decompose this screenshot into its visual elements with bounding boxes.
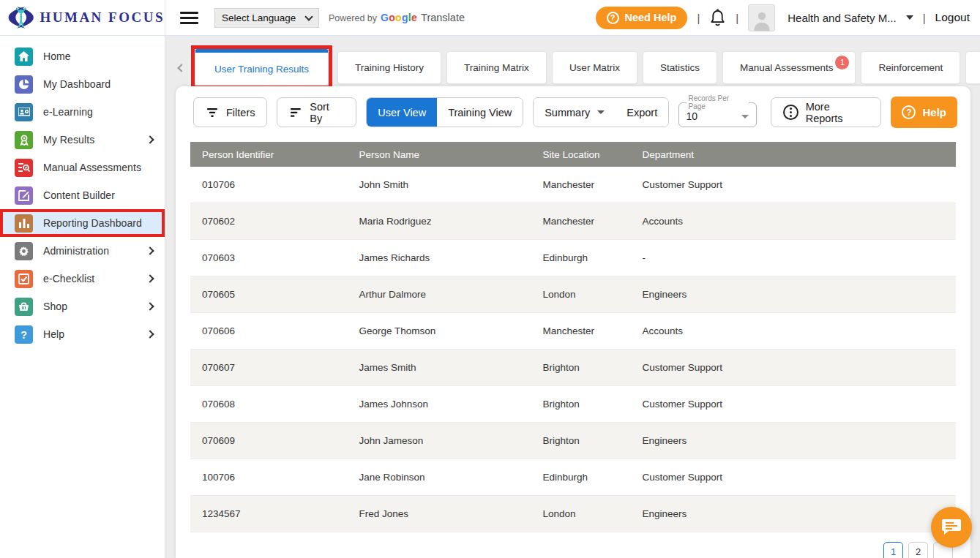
export-button[interactable]: Export xyxy=(616,98,668,127)
sidebar-item-content-builder[interactable]: Content Builder xyxy=(0,181,165,209)
chevron-right-icon xyxy=(146,274,154,282)
elearning-icon xyxy=(15,103,33,121)
column-header-person-identifier: Person Identifier xyxy=(190,149,347,160)
table-row[interactable]: 010706John SmithManchesterCustomer Suppo… xyxy=(190,167,956,203)
report-tabs: User Training Results Training History T… xyxy=(174,45,977,89)
question-icon: ? xyxy=(607,12,619,24)
column-header-site-location: Site Location xyxy=(531,149,630,160)
powered-by-label: Powered by xyxy=(329,13,377,23)
user-avatar[interactable] xyxy=(748,4,775,31)
brand-name: HUMAN FOCUS xyxy=(40,10,165,26)
caret-down-icon xyxy=(741,115,749,118)
help-button[interactable]: ? Help xyxy=(891,97,957,128)
table-row[interactable]: 070609John JamesonBrightonEngineers xyxy=(190,423,956,459)
page-2-button[interactable]: 2 xyxy=(908,542,928,558)
question-icon: ? xyxy=(902,105,916,119)
notification-badge: 1 xyxy=(835,56,849,69)
records-per-page-value: 10 xyxy=(687,110,698,122)
tab-manual-assessments[interactable]: Manual Assessments 1 xyxy=(722,51,856,84)
records-per-page-label: Records Per Page xyxy=(687,94,749,110)
separator: | xyxy=(697,12,700,24)
question-icon: ? xyxy=(15,325,33,344)
training-view-button[interactable]: Training View xyxy=(437,98,523,127)
tab-training-history[interactable]: Training History xyxy=(337,51,441,84)
table-row[interactable]: 100706Jane RobinsonEdinburghCustomer Sup… xyxy=(190,459,956,496)
edit-icon xyxy=(15,186,33,205)
column-header-person-name: Person Name xyxy=(347,149,531,160)
tab-user-matrix[interactable]: User Matrix xyxy=(552,51,637,84)
tab-archived-training[interactable]: Archived T xyxy=(965,51,980,84)
column-header-department: Department xyxy=(630,149,956,160)
human-focus-eye-icon xyxy=(7,4,34,31)
person-silhouette-icon xyxy=(751,9,773,31)
notifications-bell-icon[interactable] xyxy=(709,9,726,27)
pie-chart-icon xyxy=(15,75,33,94)
chevron-down-icon xyxy=(304,12,313,20)
table-row[interactable]: 070607James SmithBrightonCustomer Suppor… xyxy=(190,350,956,386)
tabs-scroll-left-button[interactable] xyxy=(174,56,189,78)
chevron-right-icon xyxy=(146,135,154,143)
table-header-row: Person Identifier Person Name Site Locat… xyxy=(190,142,956,167)
google-logo: Google xyxy=(381,12,417,23)
summary-dropdown-button[interactable]: Summary xyxy=(534,98,616,127)
table-row[interactable]: 070606George ThomsonManchesterAccounts xyxy=(190,313,956,350)
chat-widget-button[interactable] xyxy=(931,507,972,548)
logout-link[interactable]: Logout xyxy=(935,11,970,24)
user-training-results-table: Person Identifier Person Name Site Locat… xyxy=(190,142,956,532)
report-toolbar: Filters Sort By User View Training View … xyxy=(176,86,970,137)
caret-down-icon[interactable] xyxy=(906,15,913,20)
user-menu-label[interactable]: Health and Safety M... xyxy=(788,12,896,24)
sidebar-item-my-dashboard[interactable]: My Dashboard xyxy=(0,70,165,98)
filters-button[interactable]: Filters xyxy=(193,97,267,127)
sidebar-item-administration[interactable]: Administration xyxy=(0,237,165,265)
sidebar-item-manual-assessments[interactable]: Manual Assessments xyxy=(0,154,165,181)
sort-by-button[interactable]: Sort By xyxy=(277,97,356,127)
award-icon xyxy=(15,131,33,149)
tab-statistics[interactable]: Statistics xyxy=(643,51,717,84)
gear-icon xyxy=(15,242,33,260)
top-bar: Select Language Powered by Google Transl… xyxy=(165,0,980,36)
pagination: 1 2 xyxy=(176,542,953,558)
sidebar-item-home[interactable]: Home xyxy=(0,42,165,70)
checkbox-icon xyxy=(15,270,33,288)
report-panel: Filters Sort By User View Training View … xyxy=(176,86,970,558)
need-help-button[interactable]: ? Need Help xyxy=(596,7,688,29)
filter-icon xyxy=(206,108,219,118)
table-row[interactable]: 070603James RichardsEdinburgh- xyxy=(190,240,956,276)
table-row[interactable]: 070602Maria RodriguezManchesterAccounts xyxy=(190,203,956,240)
more-reports-button[interactable]: More Reports xyxy=(771,97,882,127)
sidebar-item-reporting-dashboard[interactable]: Reporting Dashboard xyxy=(0,209,165,237)
page-1-button[interactable]: 1 xyxy=(883,542,903,558)
records-per-page-select[interactable]: Records Per Page 10 xyxy=(678,94,757,127)
separator: | xyxy=(923,12,926,24)
table-row[interactable]: 1234567Fred JonesLondonEngineers xyxy=(190,496,956,532)
sidebar-item-shop[interactable]: Shop xyxy=(0,293,165,320)
sidebar-item-my-results[interactable]: My Results xyxy=(0,126,165,154)
main-content: User Training Results Training History T… xyxy=(165,36,980,558)
language-select-value: Select Language xyxy=(222,12,296,23)
table-row[interactable]: 070608James JohnsonBrightonCustomer Supp… xyxy=(190,386,956,423)
tab-training-matrix[interactable]: Training Matrix xyxy=(446,51,547,84)
sidebar-item-help[interactable]: ? Help xyxy=(0,320,165,348)
basket-icon xyxy=(15,298,33,316)
language-select[interactable]: Select Language xyxy=(214,8,319,28)
tab-user-training-results[interactable]: User Training Results xyxy=(195,49,329,86)
sidebar: Home My Dashboard e-Learning My Results … xyxy=(0,36,165,558)
google-translate-attribution: Powered by Google Translate xyxy=(329,12,465,23)
more-options-icon xyxy=(783,105,798,120)
chevron-right-icon xyxy=(146,330,154,338)
hamburger-menu-icon[interactable] xyxy=(180,12,198,24)
view-toggle: User View Training View xyxy=(366,97,523,127)
table-row[interactable]: 070605Arthur DalmoreLondonEngineers xyxy=(190,276,956,313)
separator: | xyxy=(736,12,738,24)
checklist-search-icon xyxy=(15,159,33,177)
chevron-right-icon xyxy=(146,246,154,255)
tab-reinforcement[interactable]: Reinforcement xyxy=(861,51,960,84)
home-icon xyxy=(15,48,33,66)
chevron-right-icon xyxy=(146,302,154,310)
sidebar-item-e-checklist[interactable]: e-Checklist xyxy=(0,265,165,293)
user-view-button[interactable]: User View xyxy=(367,98,437,127)
brand-logo[interactable]: HUMAN FOCUS xyxy=(0,0,165,36)
sidebar-item-e-learning[interactable]: e-Learning xyxy=(0,98,165,126)
translate-label: Translate xyxy=(421,12,465,23)
